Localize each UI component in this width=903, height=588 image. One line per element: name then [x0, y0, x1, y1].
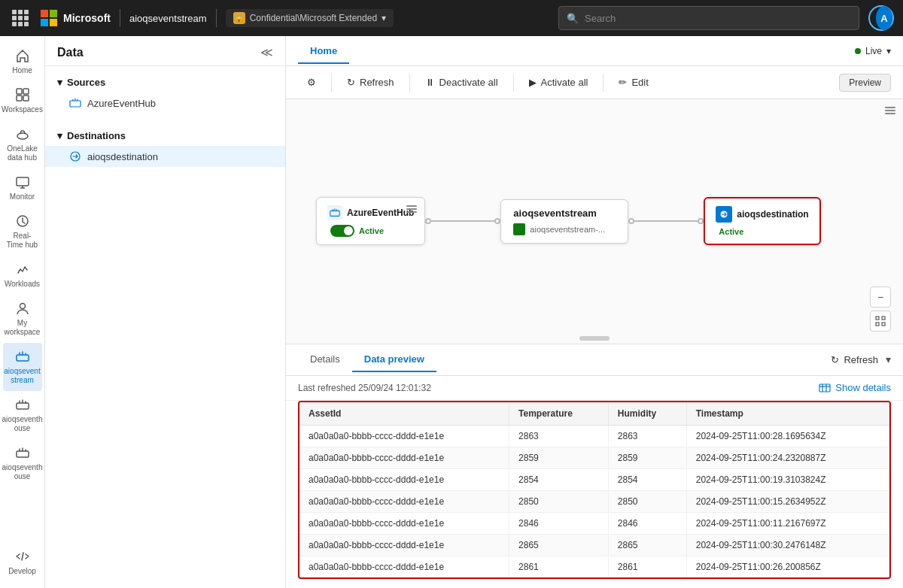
table-cell: 2856 [509, 577, 609, 579]
zoom-out-button[interactable]: − [870, 286, 891, 308]
sidebar-item-onelake[interactable]: OneLake data hub [3, 120, 42, 168]
sensitivity-badge[interactable]: 🔒 Confidential\Microsoft Extended ▾ [226, 9, 394, 27]
search-box[interactable]: 🔍 [558, 6, 859, 30]
sidebar-item-aioqseventstream[interactable]: aioqsevent stream [3, 343, 42, 391]
source-node[interactable]: AzureEventHub Active [316, 197, 425, 245]
sidebar-item-develop[interactable]: Develop [3, 543, 42, 582]
sidebar-item-monitor[interactable]: Monitor [3, 168, 42, 208]
svg-rect-19 [819, 384, 830, 392]
refresh-label: Refresh [360, 77, 394, 88]
sidebar-home-label: Home [12, 66, 32, 75]
svg-rect-11 [70, 101, 81, 107]
connector-1 [425, 218, 500, 224]
collapse-panel-button[interactable]: ≪ [260, 45, 273, 59]
table-cell: 2024-09-25T11:00:15.2634952Z [686, 490, 889, 512]
destination-item-aioqsdestination[interactable]: aioqsdestination [45, 146, 285, 167]
sources-section-header[interactable]: ▾ Sources [45, 72, 285, 92]
data-panel-title: Data [57, 46, 84, 59]
dest-node-icon [716, 206, 732, 223]
svg-rect-18 [876, 323, 879, 326]
middle-node-title: aioqseventstream [513, 208, 616, 219]
live-chevron: ▾ [886, 46, 891, 56]
activate-all-button[interactable]: ▶ Activate all [520, 72, 597, 92]
destination-node[interactable]: aioqsdestination Active [704, 197, 820, 245]
edit-icon: ✏ [619, 77, 627, 88]
destination-item-icon [69, 150, 81, 162]
search-icon: 🔍 [567, 13, 579, 24]
sidebar-item-aioqseventh-ouse2[interactable]: aioqseventh ouse [3, 439, 42, 487]
preview-button[interactable]: Preview [839, 74, 891, 92]
sidebar-item-myworkspace[interactable]: My workspace [3, 295, 42, 343]
middle-node[interactable]: aioqseventstream aioqseventstream-... [500, 199, 628, 244]
source-status-label: Active [359, 226, 384, 235]
sidebar-onelake-label: OneLake data hub [6, 144, 39, 162]
top-navigation: Microsoft aioqseventstream 🔒 Confidentia… [0, 0, 903, 36]
svg-point-4 [17, 133, 28, 139]
destinations-section-header[interactable]: ▾ Destinations [45, 126, 285, 146]
eventhouse1-icon [15, 397, 30, 412]
bottom-refresh-button[interactable]: ↻ Refresh [823, 351, 886, 368]
svg-rect-0 [17, 89, 22, 94]
deactivate-icon: ⏸ [425, 77, 435, 88]
sidebar-item-workloads[interactable]: Workloads [3, 256, 42, 295]
monitor-icon [15, 174, 30, 189]
refresh-icon: ↻ [347, 77, 355, 88]
workspaces-icon [15, 87, 30, 102]
table-cell: 2024-09-25T11:00:19.3103824Z [686, 468, 889, 490]
data-preview-table-container[interactable]: AssetId Temperature Humidity Timestamp a… [298, 401, 891, 580]
table-cell: 2863 [608, 425, 686, 447]
sensitivity-label: Confidential\Microsoft Extended [250, 13, 377, 23]
fit-view-button[interactable] [870, 311, 891, 332]
preview-label: Preview [849, 77, 881, 88]
sources-chevron-icon: ▾ [57, 77, 62, 88]
source-item-label: AzureEventHub [87, 98, 156, 109]
show-details-button[interactable]: Show details [819, 382, 891, 394]
svg-rect-15 [876, 317, 879, 320]
dest-hamburger[interactable] [883, 105, 897, 116]
table-cell: a0a0a0a0-bbbb-cccc-dddd-e1e1e [299, 447, 509, 468]
sidebar-item-realtime[interactable]: Real-Time hub [3, 208, 42, 256]
settings-button[interactable]: ⚙ [298, 72, 325, 92]
table-row: a0a0a0a0-bbbb-cccc-dddd-e1e1e28632863202… [299, 425, 889, 447]
destinations-label: Destinations [67, 130, 126, 141]
tab-data-preview[interactable]: Data preview [352, 347, 436, 372]
nav-divider-1 [120, 9, 120, 27]
data-meta-row: Last refreshed 25/09/24 12:01:32 Show de… [286, 376, 903, 401]
user-avatar[interactable]: A [876, 6, 892, 30]
sidebar-item-aioqseventh-ouse1[interactable]: aioqseventh ouse [3, 391, 42, 439]
table-cell: 2854 [608, 468, 686, 490]
nav-divider-2 [216, 9, 217, 27]
live-label: Live [865, 46, 882, 56]
table-cell: 2861 [509, 556, 609, 577]
edit-button[interactable]: ✏ Edit [610, 72, 657, 92]
data-panel: Data ≪ ▾ Sources AzureEventHub ▾ Destina… [45, 36, 286, 588]
user-avatar-ring[interactable]: A [868, 5, 894, 31]
table-header-row: AssetId Temperature Humidity Timestamp [299, 402, 889, 426]
sidebar-workspaces-label: Workspaces [2, 105, 43, 114]
tab-details[interactable]: Details [298, 347, 352, 372]
sources-label: Sources [67, 77, 105, 88]
deactivate-all-button[interactable]: ⏸ Deactivate all [416, 72, 507, 92]
tab-home[interactable]: Home [298, 39, 349, 64]
eventhouse2-icon [15, 445, 30, 460]
table-cell: 2854 [509, 468, 609, 490]
dest-status-label: Active [716, 227, 808, 236]
app-launcher-button[interactable] [9, 7, 32, 29]
source-node-icon [327, 205, 342, 220]
col-temperature: Temperature [509, 402, 609, 426]
svg-rect-3 [23, 95, 29, 101]
source-node-header: AzureEventHub [327, 205, 414, 220]
table-cell: 2024-09-25T11:00:28.1695634Z [686, 425, 889, 447]
source-item-azureeventhub[interactable]: AzureEventHub [45, 92, 285, 114]
sidebar-item-home[interactable]: Home [3, 42, 42, 81]
data-panel-header: Data ≪ [45, 36, 285, 66]
table-cell: 2024-09-25T11:00:21.2789097Z [686, 577, 889, 579]
sidebar-workloads-label: Workloads [5, 280, 40, 289]
refresh-button[interactable]: ↻ Refresh [338, 72, 403, 92]
bottom-panel-chevron[interactable]: ▾ [886, 353, 891, 365]
svg-rect-5 [17, 177, 29, 186]
sidebar-item-workspaces[interactable]: Workspaces [3, 81, 42, 120]
connector-line-2 [634, 220, 698, 222]
source-hamburger[interactable] [405, 204, 418, 214]
search-input[interactable] [585, 13, 851, 24]
